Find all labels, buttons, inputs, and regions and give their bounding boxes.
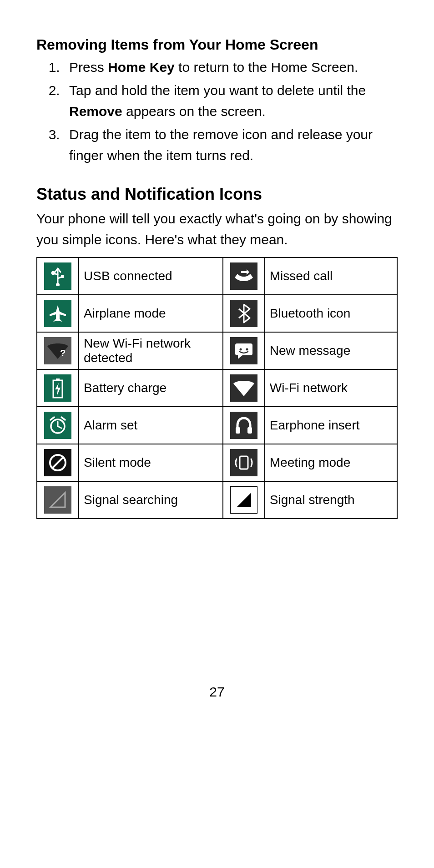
icon-cell — [37, 444, 79, 481]
usb-icon — [44, 262, 71, 290]
document-page: Removing Items from Your Home Screen Pre… — [0, 0, 434, 519]
table-row: ? New Wi-Fi network detected New message — [37, 332, 397, 369]
table-row: Alarm set Earphone insert — [37, 407, 397, 444]
svg-point-6 — [246, 348, 248, 350]
wifi-detected-icon: ? — [44, 337, 71, 364]
icon-label: Wi-Fi network — [265, 369, 397, 407]
icon-label: Battery charge — [79, 369, 223, 407]
step-2: Tap and hold the item you want to delete… — [64, 80, 398, 122]
battery-charge-icon — [44, 374, 71, 402]
step-1-text-a: Press — [69, 60, 108, 75]
icon-cell — [223, 444, 265, 481]
table-row: Signal searching Signal strength — [37, 481, 397, 519]
steps-list: Press Home Key to return to the Home Scr… — [36, 57, 398, 167]
section-intro: Your phone will tell you exactly what's … — [36, 208, 398, 251]
bluetooth-icon — [230, 300, 257, 327]
earphone-icon — [230, 412, 257, 439]
icon-label: USB connected — [79, 257, 223, 295]
signal-strength-icon — [230, 486, 257, 514]
section-heading-status: Status and Notification Icons — [36, 185, 398, 204]
icon-label: New Wi-Fi network detected — [79, 332, 223, 369]
icon-cell: ? — [37, 332, 79, 369]
icon-cell — [37, 257, 79, 295]
icon-cell — [37, 407, 79, 444]
svg-rect-10 — [236, 427, 240, 434]
svg-point-0 — [52, 272, 55, 274]
section-title-removing: Removing Items from Your Home Screen — [36, 36, 398, 53]
meeting-mode-icon — [230, 449, 257, 476]
svg-rect-8 — [56, 378, 60, 381]
icon-label: Meeting mode — [265, 444, 397, 481]
alarm-icon — [44, 412, 71, 439]
icon-label: Silent mode — [79, 444, 223, 481]
step-3: Drag the item to the remove icon and rel… — [64, 124, 398, 167]
icon-cell — [37, 295, 79, 332]
svg-point-5 — [239, 348, 242, 350]
icon-label: Signal strength — [265, 481, 397, 519]
icon-cell — [223, 407, 265, 444]
step-2-text-a: Tap and hold the item you want to delete… — [69, 83, 366, 98]
table-row: Airplane mode Bluetooth icon — [37, 295, 397, 332]
icon-label: Missed call — [265, 257, 397, 295]
icon-label: Airplane mode — [79, 295, 223, 332]
svg-rect-11 — [247, 427, 252, 434]
silent-mode-icon — [44, 449, 71, 476]
icon-cell — [223, 481, 265, 519]
airplane-icon — [44, 300, 71, 327]
step-1-text-b: to return to the Home Screen. — [175, 60, 358, 75]
step-2-text-b: appears on the screen. — [122, 104, 266, 119]
icon-cell — [223, 332, 265, 369]
icon-cell — [223, 369, 265, 407]
table-row: Battery charge Wi-Fi network — [37, 369, 397, 407]
wifi-icon — [230, 374, 257, 402]
svg-rect-1 — [61, 275, 64, 278]
icon-cell — [223, 257, 265, 295]
missed-call-icon — [230, 262, 257, 290]
icon-label: Signal searching — [79, 481, 223, 519]
icon-label: Alarm set — [79, 407, 223, 444]
table-row: USB connected Missed call — [37, 257, 397, 295]
svg-text:?: ? — [60, 348, 66, 358]
icon-cell — [223, 295, 265, 332]
icon-cell — [37, 481, 79, 519]
table-row: Silent mode Meeting mode — [37, 444, 397, 481]
icon-table: USB connected Missed call Airplane mode — [36, 257, 398, 519]
svg-rect-14 — [240, 456, 248, 469]
step-1: Press Home Key to return to the Home Scr… — [64, 57, 398, 78]
svg-point-2 — [56, 283, 60, 286]
step-3-text: Drag the item to the remove icon and rel… — [69, 127, 373, 163]
icon-label: Earphone insert — [265, 407, 397, 444]
icon-label: New message — [265, 332, 397, 369]
signal-searching-icon — [44, 486, 71, 514]
new-message-icon — [230, 337, 257, 364]
page-number: 27 — [209, 684, 224, 700]
icon-cell — [37, 369, 79, 407]
step-1-bold: Home Key — [108, 60, 175, 75]
svg-line-13 — [52, 457, 63, 468]
icon-label: Bluetooth icon — [265, 295, 397, 332]
step-2-bold: Remove — [69, 104, 122, 119]
